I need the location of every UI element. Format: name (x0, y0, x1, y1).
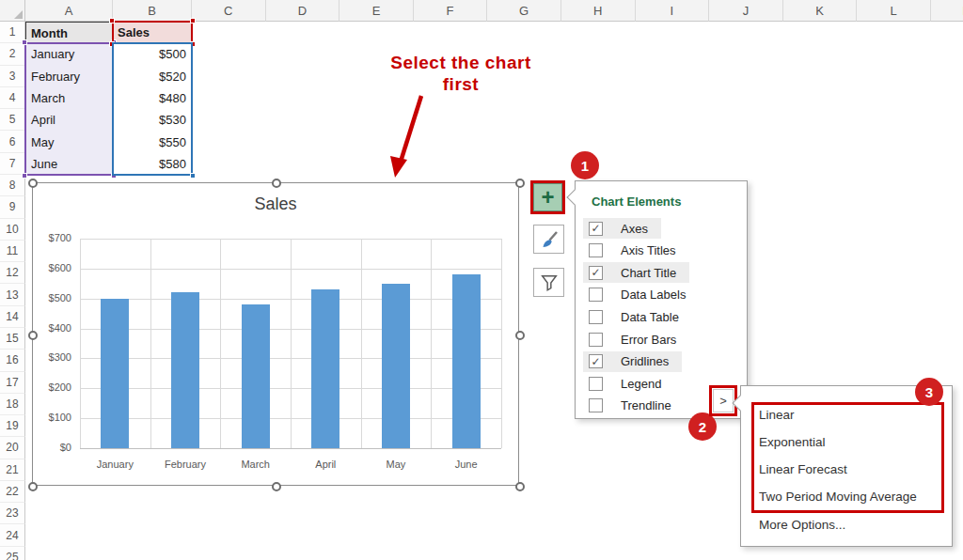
column-header-f[interactable]: F (414, 0, 488, 22)
chart-element-item-trendline[interactable]: Trendline (583, 396, 685, 416)
cell-B3[interactable]: $520 (113, 66, 192, 88)
chart-title[interactable]: Sales (33, 194, 518, 214)
chart-element-item-data-labels[interactable]: Data Labels (583, 285, 699, 305)
column-header-d[interactable]: D (266, 0, 340, 22)
chart-elements-title: Chart Elements (592, 194, 681, 209)
column-header-b[interactable]: B (113, 0, 192, 22)
unchecked-checkbox-icon[interactable] (589, 398, 603, 412)
chart-element-item-chart-title[interactable]: ✓Chart Title (583, 262, 689, 283)
chart-element-item-data-table[interactable]: Data Table (583, 306, 692, 327)
bar-june[interactable] (452, 274, 481, 448)
row-header-3[interactable]: 3 (0, 66, 25, 87)
row-header-18[interactable]: 18 (0, 394, 25, 415)
bar-april[interactable] (311, 289, 339, 448)
xtick-march: March (220, 459, 291, 470)
column-header-h[interactable]: H (561, 0, 636, 22)
cell-A4[interactable]: March (25, 87, 113, 110)
checked-checkbox-icon[interactable]: ✓ (589, 354, 603, 368)
chart-selection-handle-0[interactable] (28, 179, 38, 188)
chart-elements-plus-button[interactable]: + (533, 183, 562, 211)
cell-B4[interactable]: $480 (113, 87, 192, 110)
row-header-17[interactable]: 17 (0, 372, 25, 394)
chart-styles-button[interactable] (533, 225, 564, 254)
chart-selection-handle-1[interactable] (272, 179, 281, 188)
row-header-24[interactable]: 24 (0, 524, 25, 546)
chart-element-item-error-bars[interactable]: Error Bars (583, 329, 689, 350)
row-header-19[interactable]: 19 (0, 415, 25, 437)
row-header-15[interactable]: 15 (0, 328, 25, 350)
unchecked-checkbox-icon[interactable] (589, 243, 603, 257)
column-header-l[interactable]: L (857, 0, 931, 22)
row-header-13[interactable]: 13 (0, 284, 25, 305)
cell-A5[interactable]: April (25, 109, 113, 132)
column-header-g[interactable]: G (487, 0, 561, 22)
unchecked-checkbox-icon[interactable] (589, 288, 603, 302)
row-header-21[interactable]: 21 (0, 459, 25, 481)
cell-A3[interactable]: February (25, 66, 113, 88)
row-header-20[interactable]: 20 (0, 437, 25, 459)
row-header-8[interactable]: 8 (0, 175, 25, 196)
chart-selection-handle-6[interactable] (272, 482, 281, 491)
funnel-icon (539, 272, 560, 293)
cell-B1[interactable]: Sales (113, 22, 192, 44)
cell-A6[interactable]: May (25, 131, 113, 153)
trendline-flyout-button[interactable]: > (713, 389, 734, 412)
column-header-c[interactable]: C (192, 0, 266, 22)
checked-checkbox-icon[interactable]: ✓ (589, 222, 603, 236)
cell-A7[interactable]: June (25, 153, 113, 176)
annotation-note-line1: Select the chart (371, 53, 550, 74)
row-header-5[interactable]: 5 (0, 109, 25, 131)
chart-element-label: Axis Titles (621, 243, 676, 257)
column-header-a[interactable]: A (25, 0, 113, 22)
column-header-e[interactable]: E (339, 0, 414, 22)
cell-B5[interactable]: $530 (113, 109, 192, 132)
cell-A1[interactable]: Month (25, 22, 113, 44)
bar-march[interactable] (242, 304, 270, 448)
step-badge-2: 2 (688, 412, 717, 441)
chart-selection-handle-2[interactable] (515, 179, 525, 188)
row-header-9[interactable]: 9 (0, 196, 25, 218)
chart-element-item-axis-titles[interactable]: Axis Titles (583, 241, 689, 261)
column-header-m[interactable]: M (931, 0, 963, 22)
chart-selection-handle-3[interactable] (28, 331, 38, 340)
column-header-k[interactable]: K (783, 0, 858, 22)
chart-element-item-legend[interactable]: Legend (583, 373, 674, 394)
chart-area[interactable]: Sales $700$600$500$400$300$200$100$0Janu… (32, 182, 519, 486)
cell-B7[interactable]: $580 (113, 153, 192, 176)
bar-january[interactable] (101, 299, 129, 448)
select-all-corner[interactable] (0, 0, 25, 22)
cell-B6[interactable]: $550 (113, 131, 192, 153)
row-header-16[interactable]: 16 (0, 350, 25, 371)
cell-A2[interactable]: January (25, 43, 113, 66)
chart-selection-handle-5[interactable] (28, 482, 38, 491)
row-header-4[interactable]: 4 (0, 87, 25, 109)
unchecked-checkbox-icon[interactable] (589, 333, 603, 347)
row-header-23[interactable]: 23 (0, 503, 25, 524)
chart-filters-button[interactable] (533, 268, 564, 297)
bar-may[interactable] (382, 284, 410, 448)
trendline-option-more-options-[interactable]: More Options... (759, 515, 845, 534)
row-header-6[interactable]: 6 (0, 131, 25, 152)
annotation-arrow (378, 90, 436, 188)
row-header-11[interactable]: 11 (0, 241, 25, 262)
row-header-25[interactable]: 25 (0, 547, 25, 560)
row-header-22[interactable]: 22 (0, 481, 25, 503)
chart-selection-handle-7[interactable] (515, 482, 525, 491)
row-header-12[interactable]: 12 (0, 262, 25, 284)
cell-B2[interactable]: $500 (113, 43, 192, 66)
row-header-7[interactable]: 7 (0, 153, 25, 175)
chart-element-label: Error Bars (621, 333, 676, 347)
row-header-10[interactable]: 10 (0, 219, 25, 241)
chart-selection-handle-4[interactable] (515, 331, 525, 340)
chart-element-item-axes[interactable]: ✓Axes (583, 218, 661, 239)
row-header-14[interactable]: 14 (0, 306, 25, 328)
column-header-i[interactable]: I (636, 0, 710, 22)
chart-element-item-gridlines[interactable]: ✓Gridlines (583, 351, 682, 372)
row-header-2[interactable]: 2 (0, 43, 25, 65)
bar-february[interactable] (171, 292, 199, 448)
unchecked-checkbox-icon[interactable] (589, 310, 603, 324)
row-header-1[interactable]: 1 (0, 22, 25, 43)
checked-checkbox-icon[interactable]: ✓ (589, 266, 603, 280)
column-header-j[interactable]: J (709, 0, 783, 22)
unchecked-checkbox-icon[interactable] (589, 377, 603, 391)
